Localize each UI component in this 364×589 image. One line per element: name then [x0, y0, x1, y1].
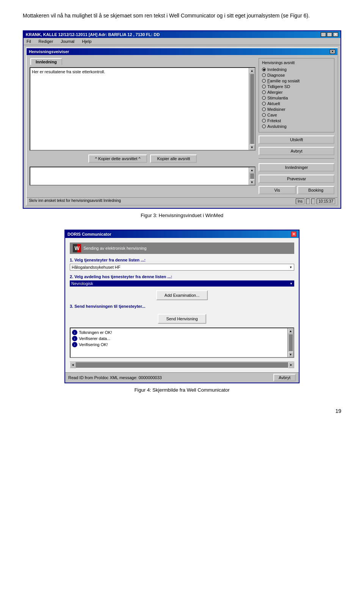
radio-allergier[interactable]: Allergier — [262, 90, 331, 94]
log-text-0: Tolkningen er OK! — [79, 330, 112, 335]
log-text-2: Verifisering OK! — [79, 342, 108, 347]
copy-section-btn[interactable]: ^ Kopier dette avsnittet ^ — [88, 154, 147, 163]
doris-hscroll[interactable]: ◄ ► — [70, 362, 294, 368]
avbryt-btn[interactable]: Avbryt — [259, 147, 334, 155]
winmed-title: KRANK, KALLE 12/12/12-12011 [AH] Adr: BA… — [26, 32, 160, 37]
step2-section: 2. Velg avdeling hos tjenesteyter fra de… — [70, 274, 294, 287]
radio-diagnose[interactable]: Diagnose — [262, 73, 331, 77]
scroll-down-arrow[interactable]: ▼ — [249, 145, 255, 150]
intro-paragraph: Mottakeren vil nå ha mulighet til å se s… — [23, 11, 341, 20]
radio-circle-fritekst[interactable] — [262, 119, 266, 123]
provesvar-btn[interactable]: Prøvesvar — [259, 175, 334, 183]
add-examination-btn[interactable]: Add Examination... — [156, 290, 208, 300]
dialog-overlay: Henvisningsveiviser ✕ Innledning Her er … — [26, 47, 338, 206]
log-icon-1: i — [72, 336, 77, 341]
radio-label-diagnose: Diagnose — [267, 73, 285, 77]
utskrift-btn[interactable]: Utskrift — [259, 135, 334, 144]
log-scroll-down[interactable]: ▼ — [288, 352, 293, 357]
radio-circle-avslutning[interactable] — [262, 124, 266, 128]
status-placeholder1 — [306, 198, 310, 204]
log-entry-1: i Verifiserer data... — [72, 336, 285, 341]
doris-logo: W — [73, 244, 81, 252]
dialog-close-btn[interactable]: ✕ — [330, 49, 335, 54]
menu-journal[interactable]: Journal — [59, 39, 76, 44]
step1-section: 1. Velg tjenesteyter fra denne listen ..… — [70, 258, 294, 271]
radio-circle-aktuelt[interactable] — [262, 102, 266, 106]
radio-fritekst[interactable]: Fritekst — [262, 118, 331, 123]
radio-circle-stimulantia[interactable] — [262, 96, 266, 100]
status-placeholder2 — [311, 198, 315, 204]
doris-avbryt-btn[interactable]: Avbryt — [273, 374, 296, 381]
sending-label: Sending av elektronisk henvisning — [83, 246, 146, 250]
log-entry-0: i Tolkningen er OK! — [72, 330, 285, 335]
scroll-up-arrow[interactable]: ▲ — [249, 68, 255, 73]
bottom-scroll-down[interactable]: ▼ — [249, 180, 255, 185]
page-number: 19 — [335, 408, 341, 414]
radio-stimulantia[interactable]: Stimulantia — [262, 96, 331, 100]
step3-label: 3. Send henvisningen til tjenesteyter... — [70, 304, 294, 309]
text-area-box[interactable]: Her er resultatene fra siste etterkontro… — [30, 67, 256, 151]
radio-circle-medisiner[interactable] — [262, 107, 266, 111]
step2-value: Nevrologisk — [71, 281, 93, 286]
radio-tidligere-sd[interactable]: Tidligere SD — [262, 84, 331, 89]
radio-circle-cave[interactable] — [262, 113, 266, 117]
text-area-scrollbar[interactable]: ▲ ▼ — [249, 68, 255, 150]
hscroll-left[interactable]: ◄ — [70, 362, 76, 368]
bottom-scroll-up[interactable]: ▲ — [249, 167, 255, 173]
radio-circle-familie[interactable] — [262, 79, 266, 83]
winmed-minimize-btn[interactable]: _ — [321, 32, 326, 37]
log-scroll-up[interactable]: ▲ — [288, 328, 293, 334]
scroll-thumb — [250, 74, 254, 144]
doris-body: W Sending av elektronisk henvisning 1. V… — [65, 238, 299, 372]
menu-fil[interactable]: Fil — [25, 39, 33, 44]
radio-avslutning[interactable]: Avslutning — [262, 124, 331, 129]
dialog-titlebar: Henvisningsveiviser ✕ — [27, 48, 337, 55]
log-scrollbar[interactable]: ▲ ▼ — [287, 328, 293, 357]
winmed-statusbar: Skriv inn ønsket tekst for henvisningsav… — [27, 197, 337, 205]
dialog-body: Innledning Her er resultatene fra siste … — [27, 55, 337, 197]
send-henvisning-btn[interactable]: Send Henvisning — [158, 314, 206, 324]
radio-circle-diagnose[interactable] — [262, 73, 266, 77]
menu-hjelp[interactable]: Hjelp — [80, 39, 93, 44]
winmed-maximize-btn[interactable]: □ — [327, 32, 332, 37]
hscroll-right[interactable]: ► — [288, 362, 294, 368]
step2-select[interactable]: Nevrologisk ▼ — [70, 280, 294, 287]
status-section: Ins 10:15:37 — [296, 198, 335, 204]
winmed-close-btn[interactable]: ✕ — [333, 32, 338, 37]
log-scroll-thumb — [289, 334, 293, 351]
bottom-scrollbar[interactable]: ▲ ▼ — [249, 167, 255, 185]
menu-rediger[interactable]: Rediger — [37, 39, 55, 44]
radio-label-familie: Familie og sosialt — [267, 79, 300, 83]
radio-circle-innledning[interactable] — [262, 68, 266, 71]
tab-innledning[interactable]: Innledning — [30, 58, 62, 65]
dialog-left: Innledning Her er resultatene fra siste … — [30, 58, 256, 194]
radio-label-allergier: Allergier — [267, 90, 282, 94]
booking-btn[interactable]: Booking — [297, 186, 334, 194]
status-text: Skriv inn ønsket tekst for henvisningsav… — [29, 198, 121, 204]
status-ins: Ins — [296, 198, 304, 204]
radio-aktuelt[interactable]: Aktuelt — [262, 101, 331, 106]
radio-label-innledning: Innledning — [267, 67, 287, 72]
radio-innledning[interactable]: Innledning — [262, 67, 331, 72]
radio-label-aktuelt: Aktuelt — [267, 101, 280, 106]
radio-label-medisiner: Medisiner — [267, 107, 286, 112]
copy-all-btn[interactable]: Kopier alle avsnitt — [150, 154, 197, 163]
bottom-area[interactable]: ▲ ▼ — [30, 167, 256, 186]
doris-title: DORIS Communicator — [67, 232, 111, 236]
bottom-right-buttons: Vis Booking — [259, 186, 334, 194]
doris-sending-bar: W Sending av elektronisk henvisning — [70, 243, 294, 254]
radio-medisiner[interactable]: Medisiner — [262, 107, 331, 112]
radio-circle-allergier[interactable] — [262, 90, 266, 94]
winmed-titlebar-buttons: _ □ ✕ — [321, 32, 338, 37]
radio-familie[interactable]: Familie og sosialt — [262, 79, 331, 83]
vis-btn[interactable]: Vis — [259, 186, 296, 194]
radio-cave[interactable]: Cave — [262, 113, 331, 117]
doris-close-btn[interactable]: ✕ — [291, 232, 297, 237]
step1-select[interactable]: Hålogalandssykehuset HF ▼ — [70, 264, 294, 271]
winmed-titlebar: KRANK, KALLE 12/12/12-12011 [AH] Adr: BA… — [24, 31, 340, 38]
svg-text:W: W — [74, 245, 80, 251]
radio-label-avslutning: Avslutning — [267, 124, 287, 129]
radio-circle-tdl[interactable] — [262, 85, 266, 88]
radio-label-tdl: Tidligere SD — [267, 84, 290, 89]
innledninger-btn[interactable]: Innledninger — [259, 163, 334, 172]
